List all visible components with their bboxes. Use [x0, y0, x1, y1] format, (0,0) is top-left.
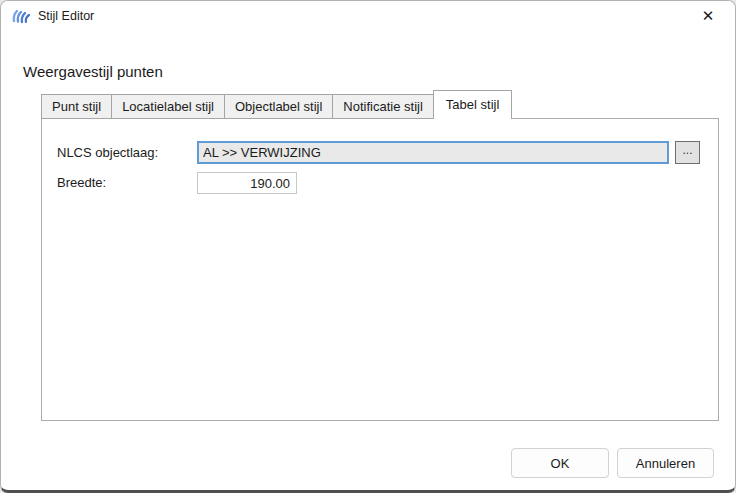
style-tabs: Punt stijl Locatielabel stijl Objectlabe…	[41, 90, 511, 119]
close-icon[interactable]: ✕	[687, 1, 729, 31]
app-claw-logo-icon	[11, 8, 31, 24]
browse-button[interactable]: ...	[675, 141, 700, 164]
breedte-label: Breedte:	[57, 172, 106, 194]
tab-content-panel: NLCS objectlaag: ... Breedte:	[41, 118, 719, 421]
page-title: Weergavestijl punten	[23, 63, 163, 80]
breedte-field[interactable]	[197, 172, 297, 194]
tab-locatielabel-stijl[interactable]: Locatielabel stijl	[111, 94, 225, 119]
tab-notificatie-stijl[interactable]: Notificatie stijl	[332, 94, 433, 119]
tab-punt-stijl[interactable]: Punt stijl	[41, 94, 112, 119]
title-bar: Stijl Editor ✕	[1, 1, 735, 31]
nlcs-objectlaag-label: NLCS objectlaag:	[57, 141, 158, 164]
tab-objectlabel-stijl[interactable]: Objectlabel stijl	[224, 94, 333, 119]
nlcs-objectlaag-field[interactable]	[197, 141, 669, 164]
ok-button[interactable]: OK	[511, 448, 609, 478]
window-title: Stijl Editor	[38, 9, 94, 23]
style-editor-dialog: Stijl Editor ✕ Weergavestijl punten Punt…	[0, 0, 736, 493]
cancel-button[interactable]: Annuleren	[617, 448, 714, 478]
tab-tabel-stijl[interactable]: Tabel stijl	[433, 90, 512, 119]
